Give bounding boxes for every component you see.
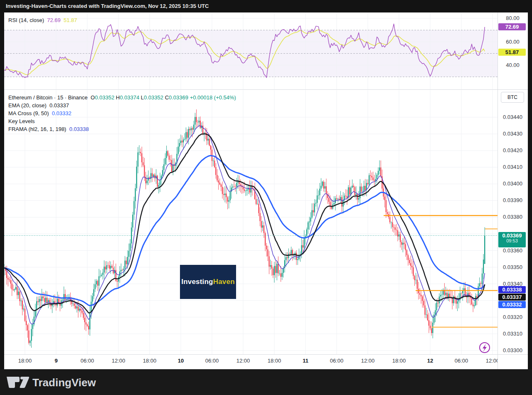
rsi-legend[interactable]: RSI (14, close) 72.69 51.87: [8, 17, 77, 23]
indicator-legend-row[interactable]: FRAMA (hl2, 16, 1, 198) 0.03338: [8, 125, 236, 133]
price-axis-label: 0.03410: [498, 164, 528, 170]
rsi-axis-label: 80.00: [498, 15, 528, 22]
time-axis-label: 18:00: [268, 355, 281, 367]
price-badge: 0.03338: [498, 286, 526, 293]
indicator-label: FRAMA (hl2, 16, 1, 198): [8, 126, 66, 132]
rsi-badge: 51.87: [498, 49, 526, 56]
indicator-value: 0.03338: [69, 126, 89, 132]
ohlc-key: C: [165, 94, 169, 101]
price-axis-label: 0.03350: [498, 264, 528, 271]
price-axis-label: 0.03390: [498, 197, 528, 204]
price-axis-label: 0.03380: [498, 214, 528, 220]
price-badge: 0.0336909:53: [498, 232, 526, 247]
rsi-ma-value: 51.87: [64, 17, 77, 23]
price-axis-label: 0.03300: [498, 347, 528, 354]
main-legend[interactable]: Ethereum / Bitcoin · 15 · Binance O0.033…: [8, 94, 236, 133]
tradingview-logo[interactable]: TradingView: [5, 373, 101, 392]
watermark-text-haven: Haven: [213, 278, 235, 286]
countdown-timer: 09:53: [498, 238, 526, 244]
time-axis-label: 06:00: [205, 355, 219, 367]
ohlc-value: 0.03352: [95, 94, 114, 101]
time-axis-label: 18:00: [392, 355, 406, 367]
price-badge: 0.03337: [498, 294, 526, 301]
price-axis-label: 0.03360: [498, 247, 528, 254]
indicator-label: Key Levels: [8, 118, 35, 124]
time-axis-label: 12: [427, 355, 433, 367]
ohlc-value: 0.03352: [144, 94, 163, 101]
indicator-label: EMA (20, close): [8, 102, 47, 109]
price-axis-label: 0.03430: [498, 131, 528, 137]
tradingview-chart-window: { "header": {"title": "Investing-Haven-C…: [0, 0, 532, 395]
price-axis-label: 0.03320: [498, 314, 528, 321]
ohlc-key: H: [116, 94, 120, 101]
price-axis[interactable]: 80.0060.0040.000.034400.034300.034200.03…: [498, 12, 528, 355]
symbol-legend-row: Ethereum / Bitcoin · 15 · Binance O0.033…: [8, 94, 236, 101]
rsi-value: 72.69: [47, 17, 61, 23]
rsi-axis-label: 40.00: [498, 62, 528, 69]
tradingview-logo-t: [7, 377, 20, 388]
investinghaven-watermark: InvestingHaven: [180, 265, 236, 299]
time-axis-label: 12:00: [112, 355, 126, 367]
time-axis-label: 9: [54, 355, 57, 367]
indicator-value: 0.03337: [49, 102, 69, 109]
chart-title-bar: Investing-Haven-Charts created with Trad…: [0, 0, 532, 12]
time-axis-label: 12:00: [361, 355, 375, 367]
indicator-value: 0.03332: [52, 110, 71, 116]
price-axis-label: 0.03420: [498, 147, 528, 154]
ohlc-value: 0.03369: [169, 94, 188, 101]
price-badge: 0.03332: [498, 301, 526, 308]
price-axis-label: 0.03400: [498, 180, 528, 187]
tradingview-logo-text: TradingView: [32, 376, 96, 389]
chart-canvas[interactable]: [4, 12, 528, 369]
ohlc-key: L: [141, 94, 144, 101]
rsi-axis-label: 60.00: [498, 39, 528, 45]
time-axis-label: 11: [303, 355, 308, 367]
time-axis[interactable]: 12:0018:00906:0012:0018:001006:0012:0018…: [4, 355, 498, 369]
ohlc-key: O: [91, 94, 95, 101]
change-value: +0.00018 (+0.54%): [190, 94, 236, 101]
symbol-name: Ethereum / Bitcoin · 15 · Binance: [8, 94, 88, 101]
indicator-legend-row[interactable]: EMA (20, close) 0.03337: [8, 101, 236, 109]
ohlc-value: 0.03374: [120, 94, 139, 101]
rsi-legend-label: RSI (14, close): [8, 17, 44, 23]
time-axis-label: 18:00: [18, 355, 32, 367]
indicator-legend-row[interactable]: Key Levels: [8, 117, 236, 125]
price-axis-label: 0.03440: [498, 114, 528, 121]
time-axis-label: 06:00: [455, 355, 468, 367]
indicator-label: MA Cross (9, 50): [8, 110, 49, 116]
time-axis-label: 06:00: [330, 355, 344, 367]
watermark-text-investing: Investing: [181, 278, 213, 286]
time-axis-label: 06:00: [81, 355, 94, 367]
time-axis-label: 12:00: [486, 355, 498, 367]
indicator-legend-row[interactable]: MA Cross (9, 50) 0.03332: [8, 109, 236, 117]
time-axis-label: 10: [178, 355, 184, 367]
currency-toggle-button[interactable]: BTC: [501, 92, 524, 103]
tradingview-logo-7: [20, 377, 30, 388]
time-axis-label: 18:00: [143, 355, 157, 367]
chart-title: Investing-Haven-Charts created with Trad…: [6, 3, 209, 9]
price-axis-label: 0.03310: [498, 331, 528, 337]
time-axis-label: 12:00: [236, 355, 250, 367]
rsi-badge: 72.69: [498, 23, 526, 30]
